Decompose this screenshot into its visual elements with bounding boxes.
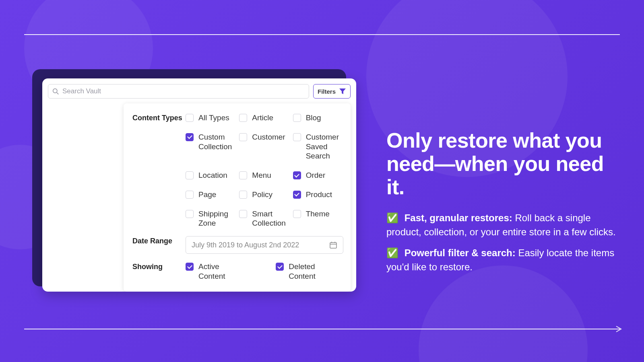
checkbox-label: Menu: [252, 171, 271, 180]
content-type-checkbox[interactable]: Custom Collection: [186, 132, 236, 161]
content-type-checkbox[interactable]: Smart Collection: [239, 209, 289, 228]
checkbox-label: Active Content: [198, 262, 248, 281]
content-type-checkbox[interactable]: Customer Saved Search: [293, 132, 343, 161]
filter-icon: [339, 88, 346, 95]
content-type-checkbox[interactable]: Product: [293, 190, 343, 200]
checkbox-label: Customer Saved Search: [306, 132, 343, 161]
showing-heading: Showing: [132, 262, 186, 281]
svg-line-1: [57, 93, 58, 94]
checkbox-label: Order: [306, 171, 326, 180]
calendar-icon: [329, 241, 337, 249]
checkbox-box: [186, 191, 194, 199]
checkbox-box: [186, 210, 194, 218]
checkbox-box: [239, 133, 247, 141]
filters-label: Filters: [318, 88, 336, 95]
checkbox-box: [239, 210, 247, 218]
checkbox-label: Product: [306, 190, 332, 200]
bullet-strong: Powerful filter & search:: [405, 247, 516, 258]
check-emoji-icon: ✅: [386, 212, 398, 223]
date-range-value: July 9th 2019 to August 2nd 2022: [192, 241, 299, 249]
checkbox-box: [293, 114, 301, 122]
content-type-checkbox[interactable]: All Types: [186, 113, 236, 123]
checkbox-box: [186, 114, 194, 122]
checkbox-label: Location: [198, 171, 227, 180]
svg-point-0: [53, 88, 57, 93]
checkbox-box: [186, 133, 194, 141]
showing-checkbox[interactable]: Active Content: [186, 262, 248, 281]
headline: Only restore what you need—when you need…: [386, 129, 616, 199]
checkbox-box: [293, 210, 301, 218]
checkbox-label: Deleted Content: [289, 262, 343, 281]
checkbox-label: Custom Collection: [198, 132, 236, 152]
checkbox-label: Smart Collection: [252, 209, 289, 228]
filters-panel: Content Types All TypesArticleBlogCustom…: [124, 103, 351, 292]
checkbox-box: [186, 263, 194, 271]
checkbox-label: Blog: [306, 113, 321, 123]
marketing-copy: Only restore what you need—when you need…: [386, 129, 616, 282]
content-type-checkbox[interactable]: Theme: [293, 209, 343, 228]
checkbox-label: All Types: [198, 113, 229, 123]
check-emoji-icon: ✅: [386, 247, 398, 258]
checkbox-box: [239, 114, 247, 122]
checkbox-label: Policy: [252, 190, 272, 200]
content-type-checkbox[interactable]: Customer: [239, 132, 289, 161]
search-placeholder: Search Vault: [62, 87, 101, 95]
content-type-checkbox[interactable]: Blog: [293, 113, 343, 123]
content-type-checkbox[interactable]: Order: [293, 171, 343, 180]
date-range-heading: Date Range: [132, 236, 186, 254]
divider-bottom: [24, 329, 620, 329]
search-icon: [52, 88, 59, 95]
arrow-right-icon: [615, 325, 623, 333]
checkbox-box: [186, 171, 194, 179]
bullet-strong: Fast, granular restores:: [405, 212, 512, 223]
content-type-checkbox[interactable]: Article: [239, 113, 289, 123]
svg-rect-2: [330, 243, 336, 248]
checkbox-box: [239, 171, 247, 179]
checkbox-label: Shipping Zone: [198, 209, 236, 228]
content-type-checkbox[interactable]: Page: [186, 190, 236, 200]
content-type-checkbox[interactable]: Location: [186, 171, 236, 180]
showing-checkbox[interactable]: Deleted Content: [276, 262, 343, 281]
checkbox-box: [276, 263, 284, 271]
checkbox-box: [293, 171, 301, 179]
bullet: ✅ Fast, granular restores: Roll back a s…: [386, 211, 616, 239]
checkbox-label: Theme: [306, 209, 330, 219]
bullet: ✅ Powerful filter & search: Easily locat…: [386, 246, 616, 274]
checkbox-label: Customer: [252, 132, 285, 142]
filter-card: Search Vault Filters Content Types All T…: [42, 78, 356, 292]
divider-top: [24, 34, 620, 35]
search-input[interactable]: Search Vault: [48, 84, 309, 99]
content-types-heading: Content Types: [132, 113, 186, 228]
checkbox-label: Article: [252, 113, 273, 123]
checkbox-box: [293, 191, 301, 199]
filters-button[interactable]: Filters: [313, 84, 351, 99]
content-type-checkbox[interactable]: Shipping Zone: [186, 209, 236, 228]
checkbox-box: [239, 191, 247, 199]
checkbox-box: [293, 133, 301, 141]
content-type-checkbox[interactable]: Menu: [239, 171, 289, 180]
content-type-checkbox[interactable]: Policy: [239, 190, 289, 200]
date-range-input[interactable]: July 9th 2019 to August 2nd 2022: [186, 236, 343, 254]
checkbox-label: Page: [198, 190, 216, 200]
